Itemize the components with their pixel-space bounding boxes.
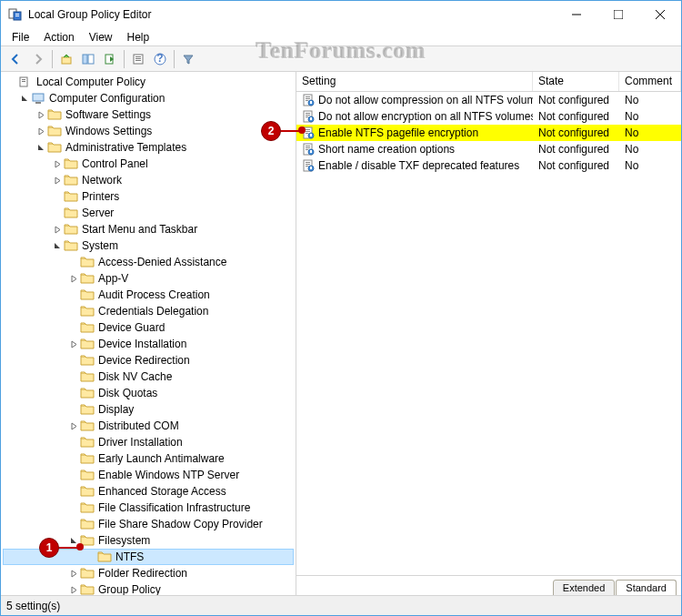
expander-open-icon[interactable] <box>35 142 46 153</box>
expander-closed-icon[interactable] <box>52 175 63 186</box>
setting-row[interactable]: Do not allow compression on all NTFS vol… <box>296 92 681 108</box>
setting-state: Not configured <box>533 158 619 173</box>
folder-icon <box>64 174 78 187</box>
help-button[interactable]: ? <box>150 49 170 69</box>
tree-control-panel[interactable]: Control Panel <box>3 156 294 172</box>
expander-closed-icon[interactable] <box>68 420 79 431</box>
tree-computer-configuration[interactable]: Computer Configuration <box>3 90 294 106</box>
tree-enhanced-storage-access[interactable]: Enhanced Storage Access <box>3 483 294 500</box>
tree-server[interactable]: Server <box>3 205 294 221</box>
refresh-button[interactable] <box>128 49 148 69</box>
tab-extended[interactable]: Extended <box>553 580 615 595</box>
policy-root-icon <box>18 76 33 88</box>
tree-network[interactable]: Network <box>3 172 294 188</box>
folder-icon <box>80 485 95 498</box>
expander-open-icon[interactable] <box>19 93 30 104</box>
column-state[interactable]: State <box>533 72 619 91</box>
show-hide-tree-button[interactable] <box>78 49 98 69</box>
svg-rect-31 <box>306 115 310 116</box>
tree-file-classification-infrastructure[interactable]: File Classification Infrastructure <box>3 500 294 516</box>
tree-access-denied-assistance[interactable]: Access-Denied Assistance <box>3 254 294 270</box>
setting-row[interactable]: Enable NTFS pagefile encryption Not conf… <box>296 125 681 141</box>
folder-icon <box>47 125 62 137</box>
setting-row[interactable]: Short name creation options Not configur… <box>296 141 681 157</box>
minimize-button[interactable] <box>556 1 597 28</box>
tree-software-settings[interactable]: Software Settings <box>3 106 294 123</box>
folder-icon <box>80 305 95 318</box>
tree-audit-process-creation[interactable]: Audit Process Creation <box>3 287 294 303</box>
svg-rect-22 <box>35 102 41 104</box>
expander-closed-icon[interactable] <box>68 338 79 349</box>
tree-device-guard[interactable]: Device Guard <box>3 319 294 336</box>
expander-closed-icon[interactable] <box>68 584 79 595</box>
svg-rect-9 <box>83 55 87 64</box>
column-comment[interactable]: Comment <box>619 72 681 91</box>
maximize-button[interactable] <box>597 1 639 28</box>
tree-app-v[interactable]: App-V <box>3 270 294 287</box>
back-button[interactable] <box>6 49 26 69</box>
tree-distributed-com[interactable]: Distributed COM <box>3 418 294 434</box>
tree-credentials-delegation[interactable]: Credentials Delegation <box>3 303 294 319</box>
expander-closed-icon[interactable] <box>52 224 63 235</box>
folder-icon <box>80 419 95 432</box>
folder-icon <box>47 141 62 154</box>
svg-rect-44 <box>306 149 308 150</box>
setting-row[interactable]: Enable / disable TXF deprecated features… <box>296 157 681 174</box>
export-button[interactable] <box>100 49 120 69</box>
tree-administrative-templates[interactable]: Administrative Templates <box>3 139 294 156</box>
tree-windows-settings[interactable]: Windows Settings <box>3 123 294 139</box>
expander-closed-icon[interactable] <box>35 126 46 136</box>
setting-row[interactable]: Do not allow encryption on all NTFS volu… <box>296 108 681 125</box>
tree-driver-installation[interactable]: Driver Installation <box>3 434 294 450</box>
tree-enable-windows-ntp-server[interactable]: Enable Windows NTP Server <box>3 467 294 483</box>
tree-device-redirection[interactable]: Device Redirection <box>3 352 294 369</box>
expander-closed-icon[interactable] <box>35 109 46 120</box>
toolbar-separator <box>174 50 175 68</box>
tree-label: Distributed COM <box>98 419 179 432</box>
tree-printers[interactable]: Printers <box>3 188 294 205</box>
tree-disk-nv-cache[interactable]: Disk NV Cache <box>3 369 294 385</box>
folder-icon <box>80 354 95 367</box>
close-button[interactable] <box>639 1 681 28</box>
expander-closed-icon[interactable] <box>68 273 79 284</box>
tree-display[interactable]: Display <box>3 401 294 418</box>
menu-file[interactable]: File <box>5 29 36 45</box>
tree-root[interactable]: Local Computer Policy <box>3 74 294 90</box>
tree-label: Folder Redirection <box>98 567 187 580</box>
tree-label: Server <box>82 207 114 219</box>
tree-group-policy[interactable]: Group Policy <box>3 581 294 595</box>
expander-closed-icon[interactable] <box>68 568 79 579</box>
tree-label: Enable Windows NTP Server <box>98 469 239 481</box>
filter-button[interactable] <box>178 49 198 69</box>
menu-action[interactable]: Action <box>36 29 81 45</box>
menu-help[interactable]: Help <box>120 29 157 45</box>
tree-folder-redirection[interactable]: Folder Redirection <box>3 565 294 581</box>
folder-icon <box>80 452 95 465</box>
tree-label: Credentials Delegation <box>98 305 208 318</box>
folder-icon <box>64 157 78 170</box>
tree-pane[interactable]: Local Computer PolicyComputer Configurat… <box>1 72 296 595</box>
folder-icon <box>80 583 95 595</box>
list-body[interactable]: Do not allow compression on all NTFS vol… <box>296 92 681 575</box>
tree-label: Windows Settings <box>65 125 152 137</box>
expander-closed-icon[interactable] <box>52 158 63 169</box>
column-setting[interactable]: Setting <box>296 72 533 91</box>
tree-early-launch-antimalware[interactable]: Early Launch Antimalware <box>3 450 294 467</box>
tree-file-share-shadow-copy-provider[interactable]: File Share Shadow Copy Provider <box>3 516 294 532</box>
menu-view[interactable]: View <box>82 29 120 45</box>
tree-device-installation[interactable]: Device Installation <box>3 336 294 352</box>
tree-disk-quotas[interactable]: Disk Quotas <box>3 385 294 401</box>
tab-standard[interactable]: Standard <box>616 580 677 595</box>
tree-start-menu-taskbar[interactable]: Start Menu and Taskbar <box>3 221 294 237</box>
up-button[interactable] <box>56 49 76 69</box>
svg-rect-26 <box>306 100 308 101</box>
policy-setting-icon <box>302 110 315 123</box>
tree-label: Network <box>82 174 122 187</box>
expander-open-icon[interactable] <box>52 240 63 251</box>
svg-rect-19 <box>22 79 25 80</box>
forward-button[interactable] <box>28 49 48 69</box>
setting-comment: No <box>619 126 681 140</box>
tree-system[interactable]: System <box>3 237 294 254</box>
setting-state: Not configured <box>533 142 619 157</box>
svg-rect-49 <box>306 164 310 165</box>
